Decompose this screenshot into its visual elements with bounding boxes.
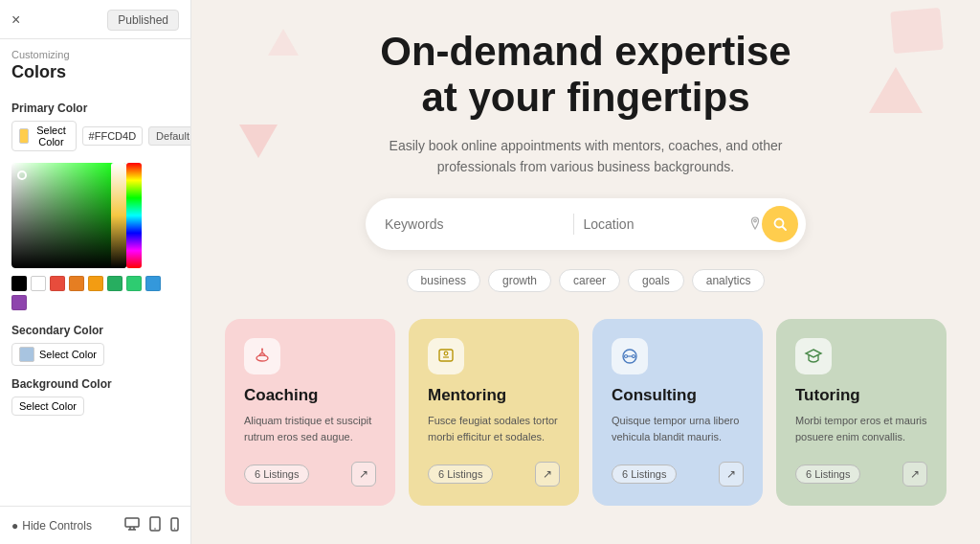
background-select-color-btn[interactable]: Select Color xyxy=(11,397,84,416)
desktop-icon xyxy=(124,517,140,531)
primary-color-swatch xyxy=(19,128,29,144)
swatch-light-green[interactable] xyxy=(126,276,142,291)
keywords-input[interactable] xyxy=(385,216,564,232)
coaching-arrow[interactable]: ↗ xyxy=(351,462,376,487)
close-button[interactable]: × xyxy=(11,11,20,29)
svg-point-18 xyxy=(625,355,628,358)
color-picker-lightness-strip[interactable] xyxy=(111,163,126,268)
tag-career[interactable]: career xyxy=(559,269,620,292)
swatch-red[interactable] xyxy=(50,276,65,291)
customizing-label: Customizing xyxy=(0,39,190,60)
mentoring-icon xyxy=(428,338,464,374)
consulting-icon xyxy=(612,338,648,374)
search-divider xyxy=(573,214,574,235)
primary-select-color-btn[interactable]: Select Color xyxy=(11,121,77,151)
location-icon xyxy=(748,216,762,233)
mentoring-title: Mentoring xyxy=(428,386,560,405)
mentoring-desc: Fusce feugiat sodales tortor morbi effic… xyxy=(428,413,560,448)
tutoring-footer: 6 Listings ↗ xyxy=(795,462,927,487)
swatch-green[interactable] xyxy=(107,276,122,291)
primary-default-btn[interactable]: Default xyxy=(148,126,190,146)
background-select-label: Select Color xyxy=(19,400,77,412)
coaching-icon xyxy=(244,338,280,374)
search-icon xyxy=(772,216,788,232)
color-swatches-row xyxy=(11,276,179,310)
desktop-view-button[interactable] xyxy=(124,517,140,533)
svg-point-8 xyxy=(754,219,757,222)
tag-growth[interactable]: growth xyxy=(488,269,551,292)
hero-section: On-demand expertiseat your fingertips Ea… xyxy=(191,0,980,319)
hide-controls-label: Hide Controls xyxy=(22,519,92,533)
tag-analytics[interactable]: analytics xyxy=(692,269,766,292)
coaching-desc: Aliquam tristique et suscipit rutrum ero… xyxy=(244,413,376,448)
color-picker-hue-strip[interactable] xyxy=(126,163,142,268)
card-coaching: Coaching Aliquam tristique et suscipit r… xyxy=(225,319,395,506)
consulting-listings: 6 Listings xyxy=(612,465,677,484)
deco-shape-triangle-top-left xyxy=(268,29,299,56)
color-picker-canvas[interactable] xyxy=(11,163,126,268)
coaching-footer: 6 Listings ↗ xyxy=(244,462,376,487)
consulting-desc: Quisque tempor urna libero vehicula blan… xyxy=(612,413,744,448)
sidebar-content: Primary Color Select Color #FFCD4D Defau… xyxy=(0,92,190,506)
card-tutoring: Tutoring Morbi tempor eros et mauris pos… xyxy=(776,319,947,506)
primary-select-label: Select Color xyxy=(33,125,68,147)
deco-shape-rect xyxy=(890,8,944,54)
tag-business[interactable]: business xyxy=(407,269,480,292)
card-consulting: Consulting Quisque tempor urna libero ve… xyxy=(592,319,763,506)
card-mentoring: Mentoring Fusce feugiat sodales tortor m… xyxy=(409,319,579,506)
deco-shape-triangle-left xyxy=(239,125,278,158)
mentoring-footer: 6 Listings ↗ xyxy=(428,462,560,487)
primary-color-label: Primary Color xyxy=(11,102,179,115)
background-color-row: Select Color xyxy=(11,397,179,416)
svg-point-7 xyxy=(174,528,175,529)
deco-shape-triangle-right xyxy=(869,67,923,113)
swatch-yellow-dark[interactable] xyxy=(88,276,103,291)
secondary-color-label: Secondary Color xyxy=(11,324,179,337)
swatch-black[interactable] xyxy=(11,276,27,291)
footer-icons xyxy=(124,516,179,534)
mobile-icon xyxy=(170,517,179,532)
sidebar-section-title: Colors xyxy=(0,60,190,92)
tablet-icon xyxy=(149,516,161,532)
swatch-purple[interactable] xyxy=(11,295,27,310)
sidebar: × Published Customizing Colors Primary C… xyxy=(0,0,191,544)
color-picker-area[interactable] xyxy=(11,163,145,268)
coaching-title: Coaching xyxy=(244,386,376,405)
search-bar xyxy=(366,198,806,250)
tutoring-title: Tutoring xyxy=(795,386,927,405)
search-button[interactable] xyxy=(762,206,798,242)
tutoring-arrow[interactable]: ↗ xyxy=(902,462,927,487)
svg-point-5 xyxy=(154,528,156,530)
primary-hex-value: #FFCD4D xyxy=(82,126,144,146)
location-input[interactable] xyxy=(584,216,744,232)
tag-goals[interactable]: goals xyxy=(628,269,684,292)
primary-color-row: Select Color #FFCD4D Default xyxy=(11,121,179,151)
tutoring-icon xyxy=(795,338,832,374)
eye-icon: ● xyxy=(11,519,18,533)
secondary-color-swatch xyxy=(19,347,34,362)
secondary-select-color-btn[interactable]: Select Color xyxy=(11,343,104,366)
secondary-color-row: Select Color xyxy=(11,343,179,366)
tutoring-listings: 6 Listings xyxy=(795,465,860,484)
hide-controls-button[interactable]: ● Hide Controls xyxy=(11,519,92,533)
consulting-arrow[interactable]: ↗ xyxy=(719,462,744,487)
svg-point-11 xyxy=(256,355,268,361)
svg-point-19 xyxy=(633,355,635,358)
svg-line-10 xyxy=(783,227,787,231)
published-button[interactable]: Published xyxy=(107,10,179,31)
mobile-view-button[interactable] xyxy=(170,517,179,534)
mentoring-arrow[interactable]: ↗ xyxy=(535,462,560,487)
tablet-view-button[interactable] xyxy=(149,516,161,534)
svg-point-13 xyxy=(261,349,263,351)
swatch-orange[interactable] xyxy=(69,276,84,291)
swatch-blue[interactable] xyxy=(145,276,161,291)
cards-section: Coaching Aliquam tristique et suscipit r… xyxy=(191,319,980,506)
hero-subtitle: Easily book online appointments with men… xyxy=(385,135,787,178)
consulting-footer: 6 Listings ↗ xyxy=(612,462,744,487)
sidebar-footer: ● Hide Controls xyxy=(0,506,190,544)
swatch-white[interactable] xyxy=(31,276,46,291)
secondary-select-label: Select Color xyxy=(39,349,97,360)
background-color-label: Background Color xyxy=(11,377,179,391)
tags-row: business growth career goals analytics xyxy=(407,269,766,292)
hero-title: On-demand expertiseat your fingertips xyxy=(380,29,791,122)
